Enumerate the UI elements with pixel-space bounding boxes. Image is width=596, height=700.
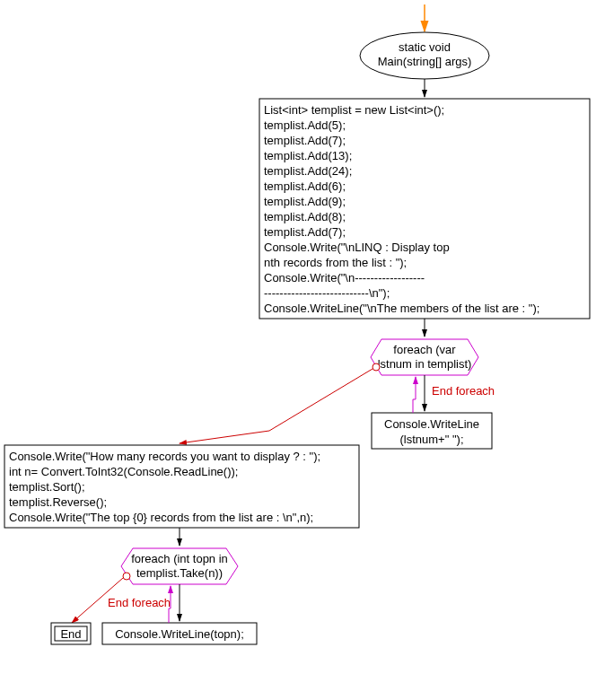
body1-text-2: (lstnum+" ");	[400, 433, 464, 446]
end-foreach1-label: End foreach	[432, 384, 495, 398]
end-label: End	[60, 627, 81, 641]
svg-text:templist.Add(9);: templist.Add(9);	[264, 195, 346, 208]
end-foreach2-label: End foreach	[108, 596, 171, 609]
flowchart-diagram: static void Main(string[] args) List<int…	[0, 0, 596, 700]
svg-text:templist.Add(7);: templist.Add(7);	[264, 134, 346, 147]
svg-text:nth  records from the list : ": nth records from the list : ");	[264, 256, 407, 269]
svg-text:templist.Add(24);: templist.Add(24);	[264, 164, 352, 178]
svg-text:Console.WriteLine("\nThe membe: Console.WriteLine("\nThe members of the …	[264, 302, 539, 315]
svg-text:Console.Write("\nLINQ : Displa: Console.Write("\nLINQ : Display top	[264, 241, 450, 254]
svg-text:templist.Add(13);: templist.Add(13);	[264, 149, 352, 162]
exit-foreach1-to-block2	[180, 369, 372, 443]
svg-text:Console.Write("\n-------------: Console.Write("\n------------------	[264, 271, 425, 284]
foreach2-text-2: templist.Take(n))	[136, 566, 223, 580]
foreach2-text-1: foreach (int topn in	[131, 552, 228, 565]
svg-text:Console.Write("How many record: Console.Write("How many records you want…	[9, 450, 320, 463]
svg-text:Console.Write("The top {0} rec: Console.Write("The top {0} records from …	[9, 511, 313, 524]
svg-text:templist.Add(6);: templist.Add(6);	[264, 179, 346, 193]
svg-text:templist.Add(7);: templist.Add(7);	[264, 225, 346, 239]
body2-text-1: Console.WriteLine(topn);	[115, 627, 244, 641]
svg-text:templist.Sort();: templist.Sort();	[9, 480, 85, 494]
loop-back-foreach1	[413, 377, 416, 413]
body1-text-1: Console.WriteLine	[384, 417, 479, 431]
foreach1-text-1: foreach (var	[393, 343, 456, 356]
svg-text:templist.Add(8);: templist.Add(8);	[264, 210, 346, 223]
svg-text:int n= Convert.ToInt32(Console: int n= Convert.ToInt32(Console.ReadLine(…	[9, 465, 238, 478]
foreach1-text-2: lstnum in templist)	[378, 357, 472, 371]
svg-text:List<int> templist = new List<: List<int> templist = new List<int>();	[264, 103, 444, 117]
svg-text:templist.Add(5);: templist.Add(5);	[264, 118, 346, 132]
svg-text:---------------------------\n": ---------------------------\n");	[264, 286, 390, 300]
foreach2-exit-dot	[123, 573, 130, 580]
start-text-2: Main(string[] args)	[378, 55, 472, 68]
foreach1-exit-dot	[372, 363, 380, 371]
start-text-1: static void	[399, 40, 451, 54]
svg-text:templist.Reverse();: templist.Reverse();	[9, 495, 107, 509]
